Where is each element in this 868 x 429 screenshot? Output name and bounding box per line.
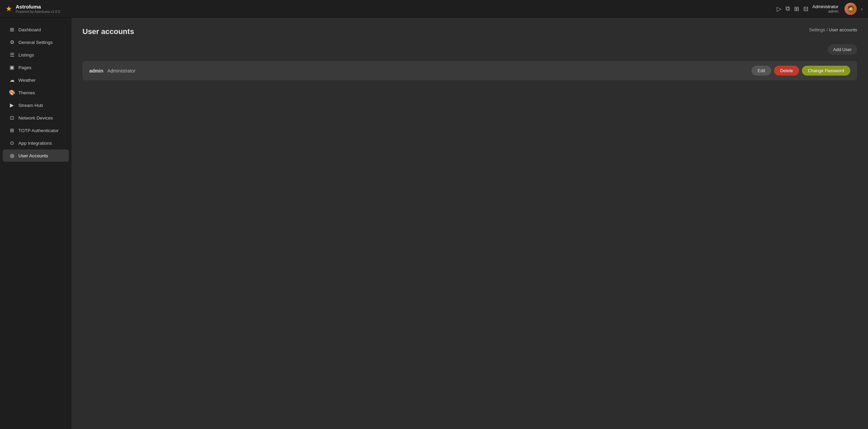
sidebar-item-label: App Integrations — [18, 141, 52, 146]
integrations-icon: ⊙ — [9, 140, 15, 146]
avatar[interactable]: 🧔 — [844, 3, 857, 15]
user-accounts-icon: ◎ — [9, 153, 15, 159]
sidebar-item-pages[interactable]: ▣ Pages — [3, 61, 69, 74]
sidebar-item-label: Weather — [18, 78, 36, 83]
logo-star-icon: ★ — [5, 4, 12, 13]
user-row: admin Administrator Edit Delete Change P… — [82, 61, 857, 80]
sidebar-item-user-accounts[interactable]: ◎ User Accounts — [3, 149, 69, 162]
sidebar-item-label: User Accounts — [18, 153, 48, 158]
logo-text: Astroluma Powered by Astroluma v1.0.0 — [16, 4, 60, 14]
page-title: User accounts — [82, 27, 134, 36]
sidebar-item-network-devices[interactable]: ⊡ Network Devices — [3, 112, 69, 124]
sidebar-item-label: Stream Hub — [18, 103, 43, 108]
breadcrumb-separator: / — [826, 27, 829, 32]
user-row-actions: Edit Delete Change Password — [751, 66, 850, 76]
edit-button[interactable]: Edit — [751, 66, 771, 76]
delete-button[interactable]: Delete — [774, 66, 799, 76]
add-user-button[interactable]: Add User — [828, 44, 857, 55]
user-info: Administrator admin — [812, 4, 839, 13]
topbar-right: ▷ ⧉ ⊞ ⊟ Administrator admin 🧔 › — [777, 3, 863, 15]
sidebar-item-dashboard[interactable]: ⊞ Dashboard — [3, 23, 69, 36]
user-display-name: Administrator — [107, 68, 135, 74]
sidebar-item-totp-authenticator[interactable]: ⊞ TOTP Authenticator — [3, 124, 69, 137]
settings-icon: ⚙ — [9, 39, 15, 45]
themes-icon: 🎨 — [9, 90, 15, 96]
app-name: Astroluma — [16, 4, 60, 10]
breadcrumb-parent: Settings — [809, 27, 825, 32]
totp-icon: ⊞ — [9, 127, 15, 133]
sidebar-item-stream-hub[interactable]: ▶ Stream Hub — [3, 99, 69, 111]
sidebar-item-label: Themes — [18, 90, 35, 95]
dashboard-icon: ⊞ — [9, 27, 15, 33]
pages-icon: ▣ — [9, 64, 15, 70]
table-icon[interactable]: ⊞ — [794, 5, 799, 13]
chevron-right-icon[interactable]: › — [861, 6, 863, 12]
listings-icon: ☰ — [9, 52, 15, 58]
sidebar-item-listings[interactable]: ☰ Listings — [3, 49, 69, 61]
content-area: User accounts Settings / User accounts A… — [72, 18, 868, 429]
screen-icon[interactable]: ⧉ — [786, 5, 790, 12]
sidebar-item-app-integrations[interactable]: ⊙ App Integrations — [3, 137, 69, 149]
qr-icon[interactable]: ⊟ — [803, 5, 808, 13]
sidebar-item-themes[interactable]: 🎨 Themes — [3, 86, 69, 99]
content-header: User accounts Settings / User accounts — [82, 27, 857, 36]
network-icon: ⊡ — [9, 115, 15, 121]
sidebar-item-weather[interactable]: ☁ Weather — [3, 74, 69, 86]
sidebar-item-label: Network Devices — [18, 115, 53, 121]
sidebar-item-label: General Settings — [18, 40, 53, 45]
topbar-left: ★ Astroluma Powered by Astroluma v1.0.0 — [5, 4, 60, 14]
sidebar-item-label: Dashboard — [18, 27, 41, 32]
sidebar-item-label: Pages — [18, 65, 31, 70]
sidebar-item-label: Listings — [18, 52, 34, 58]
change-password-button[interactable]: Change Password — [802, 66, 850, 76]
main-layout: ⊞ Dashboard ⚙ General Settings ☰ Listing… — [0, 18, 868, 429]
topbar: ★ Astroluma Powered by Astroluma v1.0.0 … — [0, 0, 868, 18]
sidebar-item-label: TOTP Authenticator — [18, 128, 59, 133]
user-name: Administrator — [812, 4, 839, 9]
sidebar: ⊞ Dashboard ⚙ General Settings ☰ Listing… — [0, 18, 72, 429]
user-username: admin — [89, 68, 103, 74]
app-subtitle: Powered by Astroluma v1.0.0 — [16, 10, 60, 14]
user-row-left: admin Administrator — [89, 68, 136, 74]
user-role: admin — [828, 9, 838, 13]
breadcrumb: Settings / User accounts — [809, 27, 857, 32]
play-icon[interactable]: ▷ — [777, 5, 781, 13]
stream-icon: ▶ — [9, 102, 15, 108]
breadcrumb-current: User accounts — [829, 27, 857, 32]
sidebar-item-general-settings[interactable]: ⚙ General Settings — [3, 36, 69, 48]
weather-icon: ☁ — [9, 77, 15, 83]
